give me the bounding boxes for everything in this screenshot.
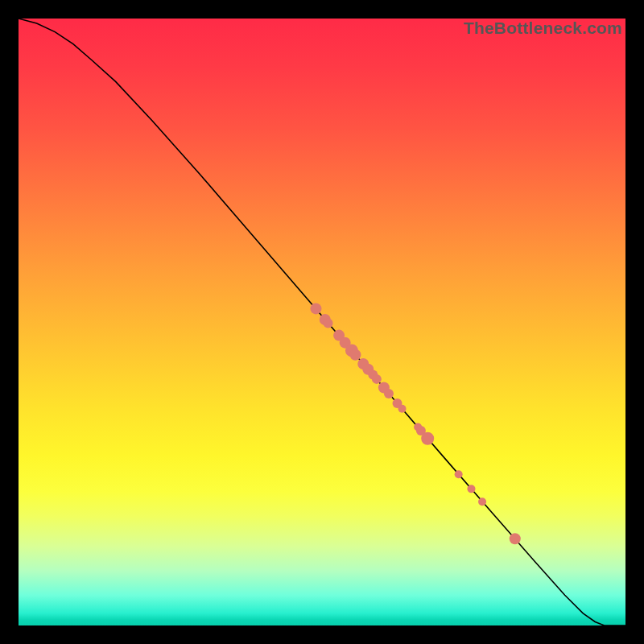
data-point xyxy=(421,432,434,445)
chart-overlay xyxy=(19,19,625,625)
data-point xyxy=(310,303,321,314)
data-point xyxy=(398,405,407,413)
data-point xyxy=(478,497,486,506)
data-point xyxy=(384,389,394,398)
data-point xyxy=(467,485,475,493)
data-point xyxy=(349,349,361,361)
chart-plot-area: TheBottleneck.com xyxy=(19,19,625,625)
data-point xyxy=(455,470,463,478)
data-point xyxy=(324,319,333,328)
data-point xyxy=(510,533,521,544)
data-point xyxy=(372,374,382,384)
